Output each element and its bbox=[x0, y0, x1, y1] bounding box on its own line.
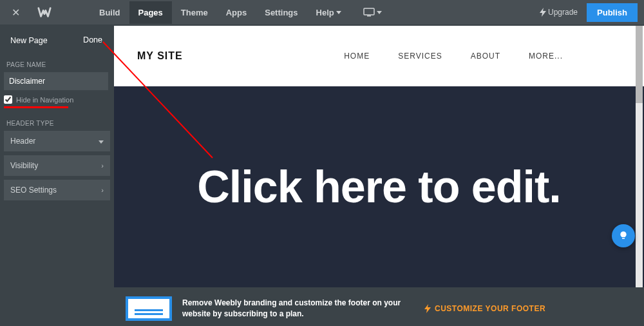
footer-upsell-text: Remove Weebly branding and customize the… bbox=[182, 298, 401, 320]
customize-footer-button[interactable]: CUSTOMIZE YOUR FOOTER bbox=[424, 304, 545, 313]
sidebar: New Page Done PAGE NAME Hide in Navigati… bbox=[0, 24, 114, 326]
canvas: MY SITE HOME SERVICES ABOUT MORE... Clic… bbox=[114, 24, 644, 326]
done-button[interactable]: Done bbox=[78, 34, 108, 47]
svg-rect-1 bbox=[367, 15, 371, 17]
lightning-icon bbox=[540, 8, 546, 17]
nav-pages[interactable]: Pages bbox=[129, 1, 172, 24]
nav-theme[interactable]: Theme bbox=[172, 1, 217, 24]
seo-settings-row[interactable]: SEO Settings › bbox=[4, 180, 110, 200]
new-page-button[interactable]: New Page bbox=[10, 36, 48, 45]
svg-rect-0 bbox=[364, 8, 374, 15]
nav-build[interactable]: Build bbox=[90, 1, 129, 24]
chevron-right-icon: › bbox=[101, 162, 104, 169]
site-nav: HOME SERVICES ABOUT MORE... bbox=[344, 52, 563, 61]
visibility-row[interactable]: Visibility › bbox=[4, 155, 110, 176]
lightning-icon bbox=[424, 304, 431, 313]
site-nav-services[interactable]: SERVICES bbox=[398, 52, 442, 61]
help-fab[interactable] bbox=[612, 224, 635, 247]
footer-upsell-banner: Remove Weebly branding and customize the… bbox=[114, 291, 644, 326]
header-type-select[interactable]: Header bbox=[4, 131, 110, 151]
nav-settings[interactable]: Settings bbox=[256, 1, 307, 24]
close-icon[interactable]: ✕ bbox=[6, 6, 24, 19]
page-name-input[interactable] bbox=[4, 72, 108, 90]
site-nav-about[interactable]: ABOUT bbox=[471, 52, 500, 61]
top-nav: Build Pages Theme Apps Settings Help bbox=[90, 1, 350, 24]
site-nav-home[interactable]: HOME bbox=[344, 52, 370, 61]
hide-in-navigation-label: Hide in Navigation bbox=[16, 96, 73, 104]
chevron-down-icon bbox=[377, 11, 382, 14]
chevron-down-icon bbox=[336, 11, 341, 14]
publish-button[interactable]: Publish bbox=[587, 3, 638, 22]
annotation-underline bbox=[4, 106, 68, 108]
weebly-logo-icon[interactable] bbox=[37, 5, 52, 19]
hero-section[interactable]: Click here to edit. bbox=[114, 86, 644, 287]
preview-scrollbar[interactable] bbox=[636, 26, 643, 287]
hero-placeholder-text[interactable]: Click here to edit. bbox=[197, 161, 560, 213]
chevron-right-icon: › bbox=[101, 186, 104, 194]
hide-in-navigation-row[interactable]: Hide in Navigation bbox=[0, 95, 114, 106]
site-preview: MY SITE HOME SERVICES ABOUT MORE... Clic… bbox=[114, 26, 644, 287]
site-nav-more[interactable]: MORE... bbox=[529, 52, 563, 61]
scrollbar-thumb[interactable] bbox=[636, 26, 643, 103]
upgrade-link[interactable]: Upgrade bbox=[540, 8, 578, 17]
header-type-label: HEADER TYPE bbox=[0, 115, 114, 131]
footer-thumbnail-icon bbox=[126, 296, 172, 321]
lightbulb-icon bbox=[618, 231, 629, 241]
chevron-down-icon bbox=[99, 137, 104, 145]
nav-apps[interactable]: Apps bbox=[217, 1, 256, 24]
site-header: MY SITE HOME SERVICES ABOUT MORE... bbox=[114, 26, 644, 86]
device-preview-button[interactable] bbox=[363, 8, 382, 17]
top-bar: ✕ Build Pages Theme Apps Settings Help U… bbox=[0, 0, 644, 24]
site-title[interactable]: MY SITE bbox=[137, 50, 183, 62]
nav-help[interactable]: Help bbox=[307, 1, 350, 24]
hide-in-navigation-checkbox[interactable] bbox=[4, 95, 12, 104]
page-name-label: PAGE NAME bbox=[0, 56, 114, 72]
